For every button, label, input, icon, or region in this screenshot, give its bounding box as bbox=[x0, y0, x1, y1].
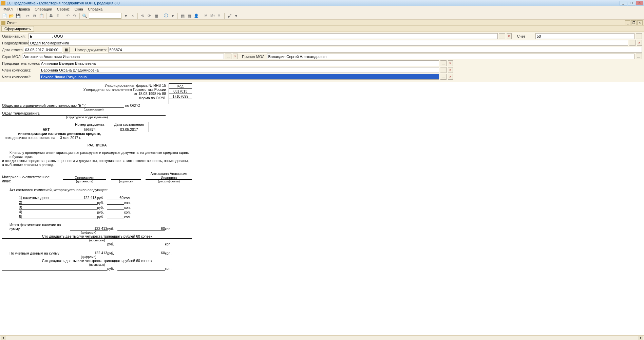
asof-date: 3 мая 2017 г. bbox=[60, 136, 81, 140]
nav-fwd-icon[interactable]: ⟳ bbox=[146, 13, 152, 19]
user-icon[interactable]: 👤 bbox=[193, 13, 199, 19]
grid1-icon[interactable]: ▤ bbox=[179, 13, 186, 19]
org-input[interactable] bbox=[29, 33, 498, 39]
handed-lookup-button[interactable]: … bbox=[225, 54, 231, 59]
handed-clear-button[interactable]: × bbox=[233, 54, 238, 59]
dropdown-icon[interactable]: ▾ bbox=[123, 13, 129, 19]
docnum-input[interactable] bbox=[108, 47, 642, 53]
drop-icon[interactable]: ▾ bbox=[170, 13, 176, 19]
menu-file[interactable]: Файл bbox=[1, 7, 15, 11]
dept-clear-button[interactable]: × bbox=[637, 40, 642, 46]
handed-input[interactable] bbox=[22, 54, 224, 59]
scroll-left-button[interactable]: ◂ bbox=[1, 336, 5, 340]
org-lookup-button[interactable]: … bbox=[499, 33, 505, 39]
amount-row-3: 3) bbox=[19, 205, 70, 209]
total-kop-u: коп. bbox=[165, 227, 171, 231]
mplus-icon[interactable]: M+ bbox=[210, 13, 216, 19]
member2-clear-button[interactable]: × bbox=[448, 74, 453, 80]
member2-input[interactable] bbox=[40, 74, 439, 80]
search-combo[interactable] bbox=[89, 13, 121, 19]
copy-icon[interactable]: ⧉ bbox=[32, 13, 38, 19]
mdi-close-button[interactable]: ✕ bbox=[637, 20, 643, 25]
calendar-icon[interactable]: ▦ bbox=[153, 13, 159, 19]
main-toolbar: 📄 📂 💾 ✂ ⧉ 📋 🖶 🗎 ↶ ↷ 🔍 ▾ × ⟲ ⟳ ▦ ⓘ ▾ ▤ ▦ … bbox=[0, 12, 644, 20]
chairman-clear-button[interactable]: × bbox=[448, 60, 453, 66]
cut-icon[interactable]: ✂ bbox=[25, 13, 31, 19]
tools-drop-icon[interactable]: ▾ bbox=[233, 13, 239, 19]
menu-service[interactable]: Сервис bbox=[55, 7, 72, 11]
redo-icon[interactable]: ↷ bbox=[72, 13, 78, 19]
accepted-input[interactable] bbox=[267, 54, 634, 59]
account-input[interactable] bbox=[535, 33, 634, 39]
report-viewer[interactable]: Код 0317013 17107699 Унифицированная фор… bbox=[0, 82, 644, 335]
amount-row-5: 5) bbox=[19, 215, 70, 219]
menu-windows[interactable]: Окна bbox=[72, 7, 85, 11]
org-caption: (организация) bbox=[33, 108, 155, 111]
org-clear-button[interactable]: × bbox=[507, 33, 512, 39]
tools-icon[interactable]: 🖌 bbox=[226, 13, 232, 19]
mol-name: Антошкина Анастасия Ивановна bbox=[146, 172, 192, 180]
receipt-line2: и все денежные средства, разные ценности… bbox=[2, 159, 192, 163]
amount-row-1: 1) наличных денег bbox=[19, 196, 70, 200]
preview-icon[interactable]: 🗎 bbox=[55, 13, 61, 19]
date-calendar-button[interactable]: ▦ bbox=[63, 47, 70, 53]
open-icon[interactable]: 📂 bbox=[8, 13, 14, 19]
nav-back-icon[interactable]: ⟲ bbox=[139, 13, 146, 19]
receipt-line1: К началу проведения инвентаризации все р… bbox=[2, 151, 192, 159]
undo-icon[interactable]: ↶ bbox=[65, 13, 71, 19]
code-table: Код 0317013 17107699 bbox=[169, 83, 192, 104]
kop5: коп. bbox=[124, 215, 134, 219]
member1-input[interactable] bbox=[40, 67, 439, 73]
kop2: коп. bbox=[124, 201, 134, 205]
account-lookup-button[interactable]: … bbox=[636, 33, 642, 39]
clear-icon[interactable]: × bbox=[130, 13, 136, 19]
menubar: Файл Правка Операции Сервис Окна Справка bbox=[0, 6, 644, 12]
chairman-lookup-button[interactable]: … bbox=[440, 60, 447, 66]
close-button[interactable]: ✕ bbox=[636, 1, 643, 5]
dept-label: Подразделение: bbox=[2, 41, 27, 45]
mdi-minimize-button[interactable]: _ bbox=[625, 20, 630, 25]
dept-lookup-button[interactable]: … bbox=[629, 40, 636, 46]
print-icon[interactable]: 🖶 bbox=[48, 13, 54, 19]
blank-rub: руб. bbox=[107, 242, 117, 246]
member1-lookup-button[interactable]: … bbox=[440, 67, 447, 73]
maximize-button[interactable]: ❐ bbox=[628, 1, 635, 5]
grid2-icon[interactable]: ▦ bbox=[186, 13, 192, 19]
mol-label: Материально-ответственное лицо: bbox=[2, 175, 58, 183]
search-icon[interactable]: 🔍 bbox=[81, 13, 88, 19]
kop1: коп. bbox=[124, 196, 134, 200]
date-input[interactable] bbox=[24, 47, 62, 53]
m-icon[interactable]: M bbox=[203, 13, 209, 19]
book-kop-u: коп. bbox=[165, 251, 171, 255]
kop4: коп. bbox=[124, 210, 134, 214]
dept-line: Отдел телемаркетинга bbox=[2, 111, 166, 116]
handed-label: Сдал МОЛ: bbox=[2, 55, 21, 59]
asof-label: находящихся по состоянию на bbox=[5, 136, 55, 140]
receipt-title: РАСПИСКА bbox=[2, 143, 192, 147]
menu-edit[interactable]: Правка bbox=[15, 7, 32, 11]
menu-help[interactable]: Справка bbox=[86, 7, 105, 11]
save-icon[interactable]: 💾 bbox=[15, 13, 21, 19]
titlebar: 1С:Предприятие - Бухгалтерия предприятия… bbox=[0, 0, 644, 6]
accepted-label: Принял МОЛ: bbox=[242, 55, 266, 59]
book-words: Сто двадцать две тысячи четыреста тринад… bbox=[2, 259, 192, 263]
menu-operations[interactable]: Операции bbox=[33, 7, 54, 11]
minimize-button[interactable]: _ bbox=[620, 1, 627, 5]
scroll-right-button[interactable]: ▸ bbox=[639, 336, 643, 340]
dept-input[interactable] bbox=[29, 40, 628, 46]
member1-clear-button[interactable]: × bbox=[448, 67, 453, 73]
accepted-lookup-button[interactable]: … bbox=[636, 54, 642, 59]
mdi-title: Отчет bbox=[7, 21, 17, 25]
chairman-input[interactable] bbox=[40, 60, 439, 66]
total-label: Итого фактическое наличие на сумму bbox=[2, 223, 70, 231]
member2-lookup-button[interactable]: … bbox=[440, 74, 447, 80]
parameters-panel: Организация: … × Счет … Подразделение: …… bbox=[0, 32, 644, 82]
mminus-icon[interactable]: M- bbox=[216, 13, 223, 19]
mdi-restore-button[interactable]: ❐ bbox=[631, 20, 637, 25]
info-icon[interactable]: ⓘ bbox=[163, 13, 169, 19]
generate-button[interactable]: Сформировать bbox=[1, 26, 34, 32]
new-icon[interactable]: 📄 bbox=[1, 13, 7, 19]
horizontal-scrollbar[interactable]: ◂ ▸ bbox=[0, 335, 644, 340]
paste-icon[interactable]: 📋 bbox=[38, 13, 44, 19]
org-line: Общество с ограниченной ответственностью… bbox=[2, 103, 124, 108]
